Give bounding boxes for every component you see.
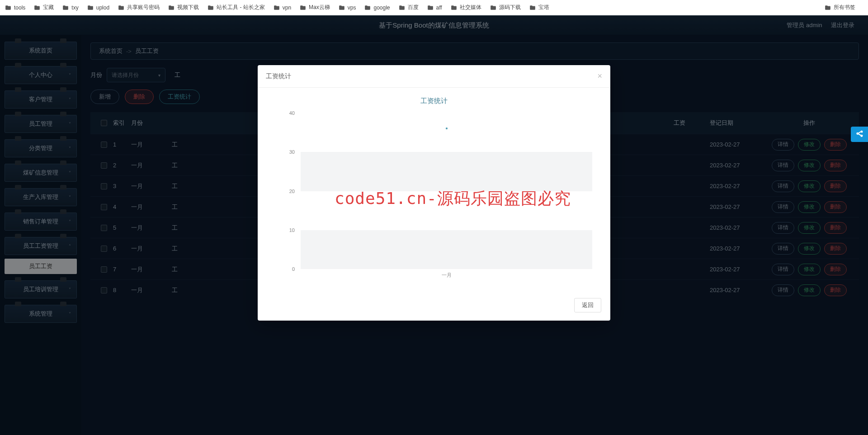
chart-y-axis: 010203040 [271,111,298,269]
folder-icon [824,4,831,11]
bookmark-label: vpn [283,5,291,11]
bookmark-label: 视频下载 [177,4,199,11]
folder-icon [33,4,41,11]
bookmark-item[interactable]: 百度 [398,4,419,11]
salary-stats-modal: 工资统计 × 工资统计 010203040 一月 code51.cn-源码乐园盗… [258,65,610,321]
folder-icon [5,4,12,11]
watermark-text: code51.cn-源码乐园盗图必究 [335,188,571,210]
chart-area: 010203040 一月 code51.cn-源码乐园盗图必究 [271,111,597,287]
bookmark-label: Max云梯 [309,4,330,11]
bookmark-label: txy [71,5,78,11]
bookmark-label: vps [348,5,356,11]
modal-header: 工资统计 × [258,65,610,88]
share-float-button[interactable] [851,127,868,142]
chart-title: 工资统计 [271,97,597,105]
bookmark-item[interactable]: 共享账号密码 [118,4,160,11]
bookmark-item[interactable]: 站长工具 - 站长之家 [207,4,265,11]
bookmark-item[interactable]: vpn [273,4,291,11]
bookmark-item[interactable]: txy [62,4,78,11]
bookmark-item[interactable]: 宝藏 [33,4,54,11]
bookmark-label: 站长工具 - 站长之家 [217,4,265,11]
folder-icon [450,4,458,11]
chart-grid-band [301,230,592,269]
bookmark-item[interactable]: uplod [87,4,109,11]
bookmark-label: 社交媒体 [460,4,481,11]
bookmark-label: google [373,5,390,11]
folder-icon [299,4,307,11]
bookmark-label: 宝塔 [538,4,549,11]
bookmark-label: 百度 [408,4,419,11]
close-icon[interactable]: × [597,71,602,81]
bookmark-item[interactable]: 视频下载 [168,4,199,11]
y-axis-tick: 30 [289,149,295,155]
folder-icon [168,4,175,11]
folder-icon [427,4,434,11]
bookmark-item[interactable]: vps [338,4,356,11]
folder-icon [87,4,94,11]
bookmark-label: uplod [96,5,109,11]
bookmark-label: tools [14,5,25,11]
y-axis-tick: 0 [292,266,295,272]
y-axis-tick: 40 [289,110,295,116]
bookmark-label: 所有书签 [834,4,855,11]
chart-grid-band [301,152,592,191]
bookmark-item[interactable]: 源码下载 [490,4,521,11]
return-button[interactable]: 返回 [574,298,601,312]
y-axis-tick: 20 [289,189,295,194]
bookmark-item[interactable]: google [364,4,390,11]
folder-icon [529,4,536,11]
modal-footer: 返回 [258,292,610,321]
all-bookmarks-button[interactable]: 所有书签 [824,4,855,11]
browser-bookmarks-bar: tools宝藏txyuplod共享账号密码视频下载站长工具 - 站长之家vpnM… [0,0,868,15]
bookmark-item[interactable]: 宝塔 [529,4,549,11]
bookmark-label: 源码下载 [499,4,521,11]
bookmark-label: aff [436,5,442,11]
folder-icon [273,4,280,11]
folder-icon [338,4,345,11]
modal-title: 工资统计 [266,72,291,80]
folder-icon [364,4,371,11]
modal-overlay[interactable]: 工资统计 × 工资统计 010203040 一月 code51.cn-源码乐园盗… [0,15,868,435]
folder-icon [490,4,497,11]
bookmark-label: 共享账号密码 [127,4,160,11]
chart-data-point[interactable] [445,127,448,130]
bookmark-label: 宝藏 [43,4,54,11]
bookmark-item[interactable]: 社交媒体 [450,4,481,11]
share-icon [855,130,864,139]
folder-icon [118,4,125,11]
x-axis-label: 一月 [442,272,452,279]
folder-icon [62,4,69,11]
bookmark-item[interactable]: Max云梯 [299,4,330,11]
modal-body: 工资统计 010203040 一月 code51.cn-源码乐园盗图必究 [258,88,610,292]
bookmark-item[interactable]: aff [427,4,442,11]
bookmark-item[interactable]: tools [5,4,25,11]
folder-icon [398,4,406,11]
y-axis-tick: 10 [289,227,295,233]
folder-icon [207,4,214,11]
